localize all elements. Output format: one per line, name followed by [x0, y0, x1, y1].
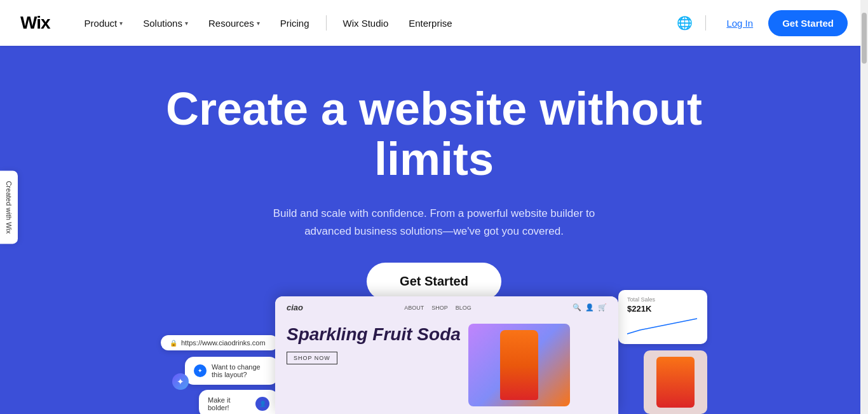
chevron-down-icon: ▾ [185, 20, 188, 27]
hero-subtitle: Build and scale with confidence. From a … [266, 205, 602, 239]
scrollbar-thumb[interactable] [862, 13, 867, 64]
chat-text-2: Make it bolder! [208, 396, 250, 411]
ciao-logo: ciao [287, 303, 303, 312]
nav-item-product[interactable]: Product ▾ [76, 13, 132, 34]
bottle-shape [500, 330, 538, 400]
product-image-card [644, 350, 707, 414]
ciao-nav-icons: 🔍 👤 🛒 [573, 303, 607, 312]
hero-title: Create a website without limits [148, 84, 720, 184]
nav-item-wix-studio[interactable]: Wix Studio [334, 13, 398, 34]
stats-value: $221K [627, 304, 698, 314]
navbar: Wix Product ▾ Solutions ▾ Resources ▾ Pr… [0, 0, 868, 46]
globe-icon[interactable]: 🌐 [677, 15, 693, 31]
nav-item-pricing[interactable]: Pricing [271, 13, 318, 34]
stats-label: Total Sales [627, 296, 698, 303]
ciao-shop-button[interactable]: SHOP NOW [287, 352, 337, 364]
ciao-product-title: Sparkling Fruit Soda [287, 324, 461, 345]
chevron-down-icon: ▾ [257, 20, 260, 27]
chevron-down-icon: ▾ [119, 20, 123, 27]
preview-center-card: ciao ABOUT SHOP BLOG 🔍 👤 🛒 Sparkling Fru… [275, 296, 618, 414]
ciao-nav-links: ABOUT SHOP BLOG [404, 305, 471, 311]
chat-icon: ✦ [194, 364, 207, 377]
stats-chart [627, 316, 697, 335]
ai-star-icon: ✦ [172, 373, 189, 390]
preview-right-card: Total Sales $221K [606, 290, 707, 414]
ciao-product-text: Sparkling Fruit Soda SHOP NOW [287, 324, 461, 406]
user-avatar: 👤 [255, 397, 269, 411]
created-with-wix-badge: Created with Wix [0, 170, 18, 244]
chat-bubble-1: ✦ Want to change this layout? [185, 357, 278, 385]
chat-bubble-2: Make it bolder! 👤 [199, 390, 278, 414]
product-shape [656, 357, 695, 408]
search-icon: 🔍 [573, 303, 581, 312]
hero-section: Create a website without limits Build an… [0, 46, 868, 414]
side-badge-text: Created with Wix [5, 181, 13, 233]
scrollbar[interactable] [860, 0, 868, 414]
stats-card: Total Sales $221K [618, 290, 707, 344]
user-icon: 👤 [585, 303, 594, 312]
wix-logo[interactable]: Wix [20, 13, 50, 33]
login-link[interactable]: Log In [719, 13, 761, 34]
chat-text-1: Want to change this layout? [212, 363, 269, 378]
nav-links: Product ▾ Solutions ▾ Resources ▾ Pricin… [76, 13, 677, 34]
url-text: https://www.ciaodrinks.com [181, 339, 266, 347]
cart-icon: 🛒 [598, 303, 607, 312]
lock-icon: 🔒 [170, 340, 177, 347]
nav-get-started-button[interactable]: Get Started [768, 10, 848, 36]
nav-divider-2 [705, 15, 706, 31]
url-bar: 🔒 https://www.ciaodrinks.com [161, 335, 278, 350]
nav-item-resources[interactable]: Resources ▾ [200, 13, 269, 34]
nav-item-solutions[interactable]: Solutions ▾ [134, 13, 197, 34]
ciao-body: Sparkling Fruit Soda SHOP NOW [275, 319, 618, 411]
nav-item-enterprise[interactable]: Enterprise [400, 13, 461, 34]
nav-actions: 🌐 Log In Get Started [677, 10, 848, 36]
hero-previews: 🔒 https://www.ciaodrinks.com ✦ ✦ Want to… [0, 290, 868, 414]
nav-divider [326, 15, 327, 31]
preview-left-card: 🔒 https://www.ciaodrinks.com ✦ ✦ Want to… [161, 335, 288, 414]
ciao-product-image [468, 324, 570, 406]
ciao-navbar: ciao ABOUT SHOP BLOG 🔍 👤 🛒 [275, 296, 618, 319]
